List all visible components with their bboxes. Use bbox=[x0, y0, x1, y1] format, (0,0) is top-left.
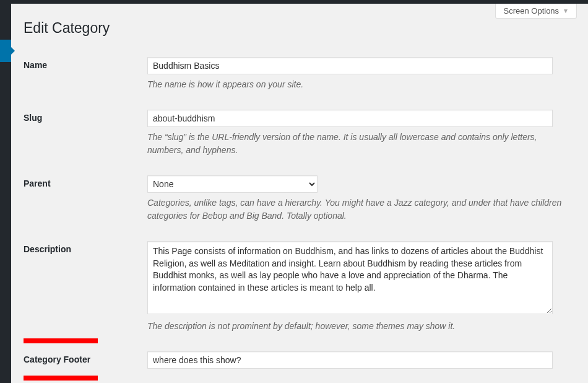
parent-select[interactable]: None bbox=[147, 175, 318, 193]
slug-label: Slug bbox=[24, 100, 147, 166]
edit-category-form: Name The name is how it appears on your … bbox=[24, 48, 576, 378]
content-wrap: Screen Options ▼ Edit Category Name The … bbox=[11, 4, 588, 383]
screen-options-toggle[interactable]: Screen Options ▼ bbox=[495, 4, 577, 19]
page-title: Edit Category bbox=[24, 10, 576, 48]
slug-description: The “slug” is the URL-friendly version o… bbox=[147, 131, 568, 157]
name-description: The name is how it appears on your site. bbox=[147, 78, 568, 91]
category-footer-input[interactable] bbox=[147, 351, 553, 369]
sidebar-arrow-icon bbox=[10, 46, 15, 56]
name-input[interactable] bbox=[147, 57, 553, 74]
chevron-down-icon: ▼ bbox=[563, 7, 569, 14]
highlight-bar-top bbox=[24, 338, 98, 343]
highlight-bar-bottom bbox=[24, 376, 98, 381]
slug-input[interactable] bbox=[147, 110, 553, 127]
screen-options-label: Screen Options bbox=[503, 6, 559, 15]
category-footer-label-cell: Category Footer bbox=[24, 342, 147, 378]
description-label: Description bbox=[24, 232, 147, 342]
name-label: Name bbox=[24, 48, 147, 100]
description-textarea[interactable] bbox=[147, 241, 553, 314]
archive-settings-heading: Category Archive Settings bbox=[24, 378, 576, 383]
parent-label: Parent bbox=[24, 166, 147, 232]
category-footer-label: Category Footer bbox=[24, 354, 90, 364]
description-description: The description is not prominent by defa… bbox=[147, 320, 568, 333]
parent-description: Categories, unlike tags, can have a hier… bbox=[147, 196, 568, 222]
